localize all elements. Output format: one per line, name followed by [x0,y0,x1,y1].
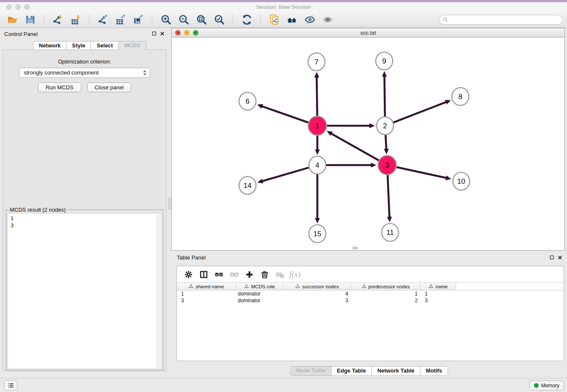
zoom-out-button[interactable] [177,13,190,27]
graph-node-9[interactable]: 9 [376,52,393,70]
graph-node-15[interactable]: 15 [309,225,326,243]
import-table-icon [70,14,81,25]
table-settings-button[interactable] [181,268,196,281]
cell-predecessor-nodes[interactable]: 2 [351,297,421,304]
first-neighbors-icon [287,14,297,25]
cell-successor-nodes[interactable]: 4 [284,290,351,297]
edge-1-7[interactable] [317,77,317,116]
network-canvas[interactable]: 1234678910111415 [172,38,564,250]
tab-network[interactable]: Network [33,41,66,50]
export-network-icon [98,14,108,25]
criterion-dropdown[interactable]: strongly connected component [19,68,150,78]
apply-layout-button[interactable] [240,13,253,27]
column-type-icon [295,284,300,289]
select-all-button[interactable] [211,268,226,281]
import-network-icon [52,14,63,25]
column-header-name[interactable]: name [421,283,456,290]
clone-network-button[interactable] [267,13,281,27]
graph-node-14[interactable]: 14 [239,177,256,194]
edge-3-11-arrowhead [387,217,392,222]
window-traffic-lights[interactable] [6,4,30,10]
open-icon [7,14,18,25]
graph-node-2[interactable]: 2 [377,117,394,135]
import-network-button[interactable] [51,13,64,27]
column-header-predecessor-nodes[interactable]: predecessor nodes [351,283,421,290]
graph-node-3[interactable]: 3 [378,156,396,175]
graph-node-10[interactable]: 10 [453,172,470,190]
delete-button[interactable] [257,268,272,281]
edge-3-10-arrowhead [446,176,451,180]
cell-name[interactable]: 3 [421,297,456,304]
tab-edge-table[interactable]: Edge Table [331,367,371,375]
cell-MCDS-role[interactable]: dominator [236,290,284,297]
cell-name[interactable]: 1 [421,290,456,297]
graph-node-11[interactable]: 11 [382,224,399,241]
tab-select[interactable]: Select [91,41,118,50]
column-header-MCDS-role[interactable]: MCDS role [236,283,284,290]
cell-shared-name[interactable]: 1 [177,290,236,297]
unselect-all-button[interactable] [226,268,242,281]
first-neighbors-button[interactable] [285,13,299,27]
show-columns-button[interactable] [196,268,211,281]
edge-3-1[interactable] [331,133,379,160]
graph-node-8[interactable]: 8 [452,88,469,105]
edge-3-11[interactable] [388,174,389,218]
export-table-button[interactable] [114,13,127,27]
search-input[interactable] [450,17,559,23]
tab-motifs[interactable]: Motifs [420,367,448,375]
table-row-1[interactable]: 1dominator411 [177,290,564,297]
zoom-in-button[interactable] [159,13,173,27]
network-maximize-button[interactable]: + [193,30,198,36]
mcds-result-scrollbar[interactable] [156,214,161,368]
close-panel-button[interactable]: Close panel [87,83,132,92]
network-close-button[interactable]: x [175,30,181,36]
window-minimize-button[interactable] [15,4,21,10]
edge-2-3[interactable] [385,135,386,150]
table-row-2[interactable]: 3dominator323 [177,297,564,304]
graph-node-4[interactable]: 4 [309,156,326,174]
run-mcds-button[interactable]: Run MCDS [38,83,81,92]
zoom-selected-button[interactable] [212,13,226,27]
edge-3-10[interactable] [396,167,447,178]
tab-node-table[interactable]: Node Table [291,367,331,375]
window-zoom-button[interactable] [24,4,30,10]
memory-button[interactable]: Memory [529,381,564,390]
cell-MCDS-role[interactable]: dominator [236,297,284,304]
edge-1-6[interactable] [261,106,308,123]
export-image-button[interactable] [132,13,145,27]
show-panels-menu-button[interactable] [4,381,17,390]
save-button[interactable] [23,13,37,27]
close-panel-icon[interactable] [160,31,165,36]
edge-2-9[interactable] [384,76,385,117]
close-panel-icon[interactable] [558,255,562,260]
cell-shared-name[interactable]: 3 [177,297,236,304]
network-minimize-button[interactable]: − [184,30,190,36]
open-button[interactable] [6,13,19,27]
float-panel-icon[interactable] [152,31,157,36]
tab-network-table[interactable]: Network Table [372,367,420,375]
criterion-dropdown-value: strongly connected component [19,68,150,77]
export-network-button[interactable] [96,13,110,27]
window-close-button[interactable] [6,4,12,10]
canvas-hscroll-thumb[interactable] [352,247,358,249]
import-table-button[interactable] [69,13,82,27]
float-panel-icon[interactable] [550,255,554,260]
column-header-shared-name[interactable]: shared name [177,283,236,290]
add-column-button[interactable] [242,268,257,281]
tab-style[interactable]: Style [66,41,91,50]
edge-4-14[interactable] [262,168,309,181]
column-header-successor-nodes[interactable]: successor nodes [284,283,351,290]
column-header-label: shared name [195,284,224,289]
graph-node-6[interactable]: 6 [239,92,256,110]
mcds-result-text[interactable]: 1 3 [8,214,161,368]
tab-mcds[interactable]: MCDS [119,41,146,50]
graph-node-1[interactable]: 1 [308,116,327,135]
hide-selected-button[interactable] [303,13,317,27]
edge-2-8[interactable] [394,102,447,123]
search-box[interactable] [439,15,563,25]
graph-node-7[interactable]: 7 [308,53,325,71]
network-window-titlebar[interactable]: x − + scc.txt [172,28,564,38]
cell-successor-nodes[interactable]: 3 [284,297,351,304]
zoom-fit-button[interactable] [195,13,208,27]
cell-predecessor-nodes[interactable]: 1 [351,290,421,297]
